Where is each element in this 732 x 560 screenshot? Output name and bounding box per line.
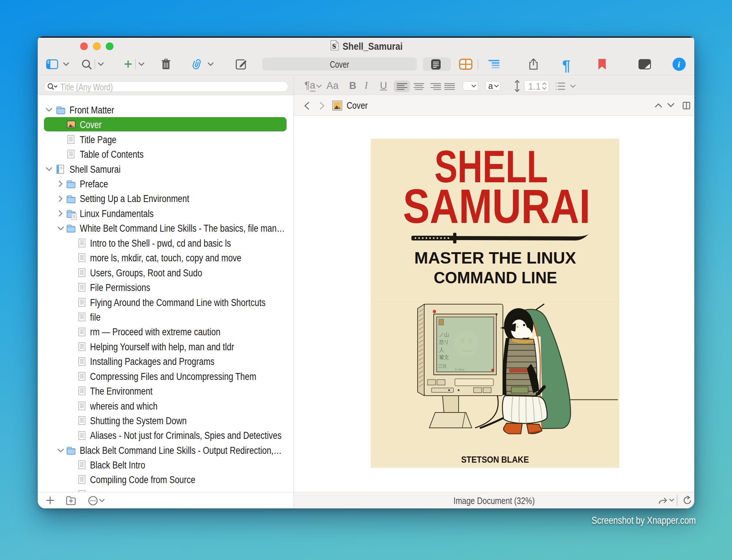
svg-text:人: 人 (439, 347, 444, 353)
svg-text:饕文: 饕文 (439, 354, 449, 360)
svg-text:COMMAND LINE: COMMAND LINE (434, 269, 557, 287)
svg-text:ノ山: ノ山 (439, 332, 449, 337)
svg-text:怠リ: 怠リ (439, 339, 449, 345)
svg-text:b i blvu: b i blvu (455, 368, 464, 371)
svg-text:MASTER THE LINUX: MASTER THE LINUX (414, 249, 576, 267)
svg-text:三呂: 三呂 (438, 363, 447, 369)
svg-text:SAMURAI: SAMURAI (403, 179, 590, 233)
svg-text:i: i (678, 60, 680, 69)
svg-text:S: S (332, 42, 336, 50)
svg-text:STETSON BLAKE: STETSON BLAKE (461, 455, 529, 464)
